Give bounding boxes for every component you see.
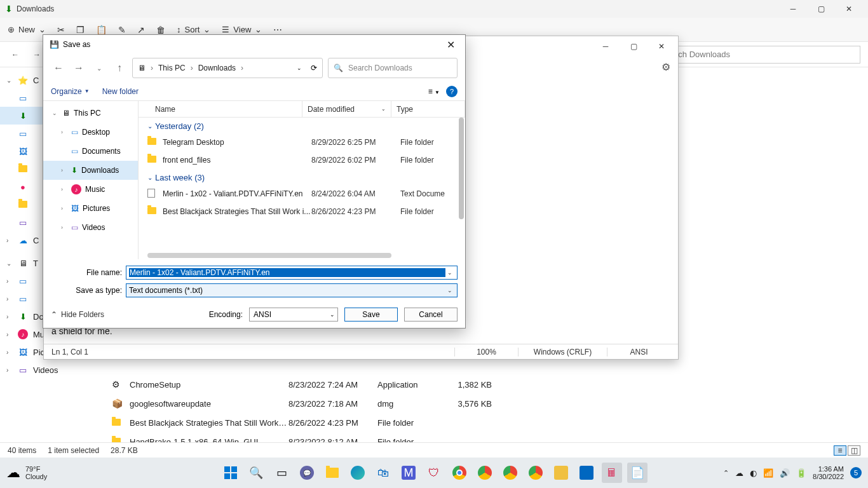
paste-icon[interactable]: 📋 — [96, 25, 107, 35]
maximize-button[interactable]: ▢ — [807, 0, 835, 18]
view-details-icon[interactable]: ≡ — [834, 445, 846, 456]
col-date[interactable]: Date modified ⌄ — [302, 101, 391, 117]
list-row[interactable]: Best Blackjack Strategies That Still Wor… — [139, 203, 465, 220]
type-value: Text documents (*.txt) — [129, 286, 445, 295]
dialog-search[interactable]: 🔍 Search Downloads — [328, 58, 458, 78]
refresh-icon[interactable]: ⟳ — [311, 64, 317, 72]
onedrive-tray-icon[interactable]: ☁ — [735, 468, 743, 478]
breadcrumb[interactable]: 🖥 › This PC › Downloads › ⌄ ⟳ — [132, 58, 323, 78]
volume-icon[interactable]: 🔊 — [780, 468, 790, 478]
tree-item-pics[interactable]: › 🖼 Pictures — [43, 199, 138, 218]
file-group-header[interactable]: ⌄ Yesterday (2) — [139, 118, 465, 133]
view-mode-button[interactable]: ≡ ▼ — [428, 87, 440, 96]
app-icon[interactable]: M — [398, 463, 419, 483]
clock[interactable]: 1:36 AM 8/30/2022 — [813, 465, 844, 480]
type-select[interactable]: Text documents (*.txt) ⌄ — [126, 283, 458, 297]
item-count: 40 items — [8, 446, 36, 455]
list-row[interactable]: front end_files 8/29/2022 6:02 PM File f… — [139, 151, 465, 169]
back-button[interactable]: ← — [8, 47, 23, 62]
sort-button[interactable]: ↕ Sort ⌄ — [177, 25, 210, 34]
notepad-minimize[interactable]: ─ — [592, 37, 620, 55]
sidebar-videos[interactable]: ›▭Videos — [0, 361, 102, 379]
help-icon[interactable]: ? — [446, 86, 458, 97]
app3-icon[interactable] — [576, 463, 597, 483]
crumb-this-pc[interactable]: This PC — [158, 64, 186, 72]
dialog-forward-button[interactable]: → — [71, 60, 86, 76]
tree-item-desktop[interactable]: › ▭ Desktop — [43, 123, 138, 142]
settings-icon[interactable]: ⚙ — [661, 61, 670, 73]
tray-chevron-icon[interactable]: ⌃ — [723, 469, 729, 477]
share-icon[interactable]: ↗ — [137, 25, 145, 35]
minimize-button[interactable]: ─ — [779, 0, 807, 18]
hide-folders-button[interactable]: ⌃ Hide Folders — [51, 310, 104, 319]
weather-widget[interactable]: ☁ 79°F Cloudy — [6, 464, 47, 481]
search-button[interactable]: 🔍 — [246, 463, 266, 483]
new-folder-button[interactable]: New folder — [102, 87, 139, 96]
notepad-maximize[interactable]: ▢ — [620, 37, 648, 55]
file-row[interactable]: ⚙ ChromeSetup 8/23/2022 7:24 AM Applicat… — [112, 375, 858, 394]
file-group-header[interactable]: ⌄ Last week (3) — [139, 169, 465, 185]
chrome-profile2-icon[interactable] — [500, 463, 520, 483]
tree-item-music[interactable]: › ♪ Music — [43, 180, 138, 199]
notification-badge[interactable]: 5 — [850, 467, 862, 478]
save-button[interactable]: Save — [344, 308, 398, 322]
tree-label: Videos — [82, 223, 105, 232]
dialog-history-button[interactable]: ⌄ — [92, 60, 107, 76]
col-name[interactable]: Name — [139, 101, 302, 117]
col-type[interactable]: Type — [391, 101, 465, 117]
organize-button[interactable]: Organize ▼ — [51, 87, 90, 96]
explorer-search[interactable]: rch Downloads — [670, 46, 860, 64]
rename-icon[interactable]: ✎ — [118, 25, 126, 35]
copy-icon[interactable]: ❐ — [76, 25, 85, 35]
chrome-profile-icon[interactable] — [475, 463, 495, 483]
type-dropdown-icon[interactable]: ⌄ — [445, 287, 454, 294]
encoding-select[interactable]: ANSI ⌄ — [249, 308, 338, 322]
line-ending: Windows (CRLF) — [518, 348, 607, 356]
file-row[interactable]: Best Blackjack Strategies That Still Wor… — [112, 413, 858, 432]
filename-dropdown-icon[interactable]: ⌄ — [445, 269, 454, 276]
cut-icon[interactable]: ✂ — [57, 25, 65, 35]
edge-icon[interactable] — [348, 463, 368, 483]
chrome-profile3-icon[interactable] — [526, 463, 546, 483]
notepad-close[interactable]: ✕ — [648, 37, 675, 55]
new-button[interactable]: ⊕ New ⌄ — [8, 25, 46, 34]
tray-icon[interactable]: ◐ — [750, 468, 757, 478]
dialog-up-button[interactable]: ↑ — [112, 60, 127, 76]
dialog-close-button[interactable]: ✕ — [443, 39, 459, 51]
list-row[interactable]: Telegram Desktop 8/29/2022 6:25 PM File … — [139, 133, 465, 151]
tree-item-vids[interactable]: › ▭ Videos — [43, 218, 138, 237]
file-type: File folder — [377, 418, 441, 428]
calculator-icon[interactable]: 🖩 — [602, 463, 622, 483]
file-row[interactable]: HandBrake-1.5.1-x86_64-Win_GUI 8/23/2022… — [112, 432, 858, 442]
dialog-back-button[interactable]: ← — [51, 60, 66, 76]
filename-input[interactable]: Merlin - 1x02 - Valiant.PDTV.AFFiNiTY.en… — [126, 266, 458, 280]
store-icon[interactable]: 🛍 — [373, 463, 393, 483]
start-button[interactable] — [220, 463, 241, 483]
vertical-scrollbar[interactable] — [459, 118, 464, 219]
chrome-icon[interactable] — [449, 463, 470, 483]
taskbar-apps: 🔍 ▭ 💬 🛍 M 🛡 🖩 📄 — [220, 463, 648, 483]
tree-item-dl[interactable]: › ⬇ Downloads — [43, 161, 138, 180]
file-row[interactable]: 📦 googlesoftwareupdate 8/23/2022 7:18 AM… — [112, 394, 858, 413]
task-view-button[interactable]: ▭ — [271, 463, 292, 483]
more-icon[interactable]: ⋯ — [273, 25, 282, 35]
delete-icon[interactable]: 🗑 — [156, 25, 165, 35]
cancel-button[interactable]: Cancel — [404, 308, 458, 322]
crumb-downloads[interactable]: Downloads — [198, 64, 236, 72]
battery-icon[interactable]: 🔋 — [796, 468, 806, 478]
horizontal-scrollbar[interactable] — [147, 253, 452, 259]
chat-icon[interactable]: 💬 — [297, 463, 317, 483]
close-button[interactable]: ✕ — [835, 0, 863, 18]
view-button[interactable]: ☰ View ⌄ — [222, 25, 262, 34]
tree-item-docs[interactable]: ▭ Documents — [43, 142, 138, 161]
app2-icon[interactable] — [551, 463, 571, 483]
mcafee-icon[interactable]: 🛡 — [424, 463, 444, 483]
music-icon: ♪ — [71, 184, 81, 194]
tree-item-pc[interactable]: ⌄ 🖥 This PC — [43, 104, 138, 123]
chevron-down-icon[interactable]: ⌄ — [297, 65, 302, 71]
list-row[interactable]: Merlin - 1x02 - Valiant.PDTV.AFFiNiTY.en… — [139, 185, 465, 203]
notepad-icon[interactable]: 📄 — [627, 463, 648, 483]
wifi-icon[interactable]: 📶 — [763, 468, 773, 478]
explorer-icon[interactable] — [322, 463, 342, 483]
view-thumbs-icon[interactable]: ◫ — [848, 445, 860, 456]
